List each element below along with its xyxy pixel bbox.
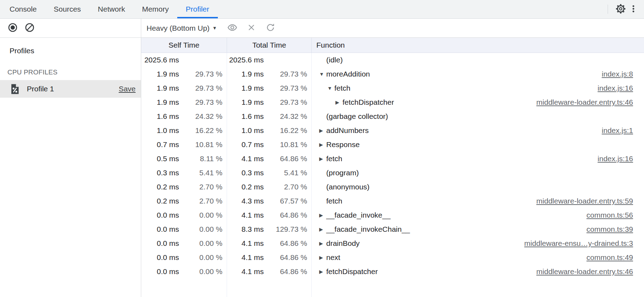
profile-name: Profile 1	[27, 85, 54, 93]
expand-arrow-icon[interactable]: ▶	[319, 156, 326, 161]
function-name: __facade_invokeChain__	[326, 225, 410, 234]
self-time-ms: 0.0 ms	[141, 225, 179, 234]
profile-table-row[interactable]: 0.0 ms0.00 %4.1 ms64.86 %▶nextcommon.ts:…	[141, 250, 644, 265]
expand-arrow-icon[interactable]: ▶	[319, 227, 326, 232]
total-time-pct: 129.73 %	[264, 225, 311, 234]
close-icon	[247, 23, 256, 33]
total-time-pct: 64.86 %	[264, 154, 311, 163]
expand-arrow-icon[interactable]: ▶	[319, 128, 326, 133]
self-time-pct: 2.70 %	[179, 183, 227, 191]
clear-button[interactable]	[23, 22, 36, 35]
source-link[interactable]: index.js:1	[602, 126, 644, 135]
self-time-cell: 1.9 ms29.73 %	[141, 67, 227, 81]
more-menu-button[interactable]	[627, 3, 640, 16]
source-link[interactable]: common.ts:49	[586, 253, 644, 262]
function-cell: (idle)	[311, 53, 644, 67]
profile-table-row[interactable]: 0.2 ms2.70 %0.2 ms2.70 %(anonymous)	[141, 180, 644, 194]
profile-table-row[interactable]: 0.0 ms0.00 %4.1 ms64.86 %▶__facade_invok…	[141, 208, 644, 222]
function-name: fetchDispatcher	[342, 98, 394, 107]
source-link[interactable]: common.ts:56	[586, 211, 644, 219]
expand-arrow-icon[interactable]: ▶	[335, 100, 342, 105]
source-link[interactable]: middleware-ensu…y-drained.ts:3	[524, 239, 644, 248]
self-time-pct: 5.41 %	[179, 169, 227, 177]
source-link[interactable]: index.js:16	[598, 84, 644, 92]
profile-table-row[interactable]: 1.9 ms29.73 %1.9 ms29.73 %▼moreAdditioni…	[141, 67, 644, 81]
tab-sources[interactable]: Sources	[45, 0, 89, 18]
profile-table-row[interactable]: 0.0 ms0.00 %4.1 ms64.86 %▶fetchDispatche…	[141, 265, 644, 279]
profile-table-row[interactable]: 0.0 ms0.00 %4.1 ms64.86 %▶drainBodymiddl…	[141, 236, 644, 250]
profile-table-row[interactable]: 0.2 ms2.70 %4.3 ms67.57 %fetchmiddleware…	[141, 194, 644, 208]
function-name: addNumbers	[326, 126, 369, 135]
record-button[interactable]	[6, 22, 19, 35]
collapse-arrow-icon[interactable]: ▼	[319, 72, 326, 77]
source-link[interactable]: index.js:16	[598, 154, 644, 163]
self-time-pct: 0.00 %	[179, 267, 227, 276]
total-time-pct: 24.32 %	[264, 112, 311, 121]
source-link[interactable]: middleware-loader.entry.ts:59	[536, 197, 644, 205]
function-cell: ▼moreAdditionindex.js:8	[311, 67, 644, 81]
source-link[interactable]: common.ts:39	[586, 225, 644, 234]
toolbar-divider	[608, 5, 608, 14]
profile-item-profile-1[interactable]: Profile 1 Save	[0, 80, 141, 98]
total-time-cell: 8.3 ms129.73 %	[227, 222, 311, 236]
profiles-toolbar	[0, 19, 141, 38]
profile-table-row[interactable]: 1.6 ms24.32 %1.6 ms24.32 %(garbage colle…	[141, 109, 644, 123]
expand-arrow-icon[interactable]: ▶	[319, 241, 326, 246]
source-link[interactable]: middleware-loader.entry.ts:46	[536, 267, 644, 276]
expand-arrow-icon[interactable]: ▶	[319, 142, 326, 147]
tab-network[interactable]: Network	[89, 0, 133, 18]
self-time-pct: 24.32 %	[179, 112, 227, 121]
function-cell: ▶drainBodymiddleware-ensu…y-drained.ts:3	[311, 236, 644, 250]
total-time-pct: 2.70 %	[264, 183, 311, 191]
expand-arrow-icon[interactable]: ▶	[319, 255, 326, 260]
profiles-sidebar: Profiles CPU PROFILES Profile 1 Save	[0, 19, 141, 297]
profile-data-grid: Self Time Total Time Function 2025.6 ms2…	[141, 38, 644, 297]
self-time-cell: 0.0 ms0.00 %	[141, 208, 227, 222]
self-time-cell: 0.7 ms10.81 %	[141, 138, 227, 152]
source-link[interactable]: middleware-loader.entry.ts:46	[536, 98, 644, 107]
profiler-panel: Profiles CPU PROFILES Profile 1 Save	[0, 19, 644, 297]
function-name: __facade_invoke__	[326, 211, 390, 219]
save-profile-link[interactable]: Save	[119, 85, 136, 93]
self-time-pct: 8.11 %	[179, 154, 227, 163]
settings-button[interactable]	[614, 3, 627, 16]
self-time-pct: 29.73 %	[179, 84, 227, 92]
cpu-profiles-section-label: CPU PROFILES	[0, 55, 141, 77]
collapse-arrow-icon[interactable]: ▼	[327, 86, 334, 91]
profile-view: Heavy (Bottom Up) ▼	[141, 19, 644, 297]
total-time-cell: 4.3 ms67.57 %	[227, 194, 311, 208]
function-cell: ▶fetchDispatchermiddleware-loader.entry.…	[311, 95, 644, 109]
profile-table-row[interactable]: 0.3 ms5.41 %0.3 ms5.41 %(program)	[141, 166, 644, 180]
total-time-cell: 0.7 ms10.81 %	[227, 138, 311, 152]
profile-table-row[interactable]: 0.7 ms10.81 %0.7 ms10.81 %▶Response	[141, 138, 644, 152]
source-link[interactable]: index.js:8	[602, 70, 644, 78]
delete-profile-button[interactable]	[245, 22, 258, 35]
expand-arrow-icon[interactable]: ▶	[319, 269, 326, 274]
tab-console[interactable]: Console	[1, 0, 45, 18]
function-cell: ▶addNumbersindex.js:1	[311, 123, 644, 138]
profile-table-row[interactable]: 1.0 ms16.22 %1.0 ms16.22 %▶addNumbersind…	[141, 123, 644, 138]
view-mode-dropdown[interactable]: Heavy (Bottom Up) ▼	[147, 24, 217, 32]
tab-profiler[interactable]: Profiler	[177, 0, 218, 18]
column-header-function[interactable]: Function	[312, 38, 644, 53]
column-header-total-time[interactable]: Total Time	[227, 38, 312, 53]
column-header-self-time[interactable]: Self Time	[141, 38, 227, 53]
profile-table-row[interactable]: 2025.6 ms2025.6 ms(idle)	[141, 53, 644, 67]
total-time-cell: 4.1 ms64.86 %	[227, 208, 311, 222]
total-time-cell: 4.1 ms64.86 %	[227, 152, 311, 166]
profile-table-row[interactable]: 1.9 ms29.73 %1.9 ms29.73 %▶fetchDispatch…	[141, 95, 644, 109]
self-time-ms: 0.0 ms	[141, 211, 179, 219]
tab-memory[interactable]: Memory	[133, 0, 177, 18]
self-time-cell: 0.2 ms2.70 %	[141, 180, 227, 194]
total-time-pct: 5.41 %	[264, 169, 311, 177]
kebab-menu-icon	[629, 4, 638, 14]
profile-table-row[interactable]: 0.0 ms0.00 %8.3 ms129.73 %▶__facade_invo…	[141, 222, 644, 236]
function-cell: (program)	[311, 166, 644, 180]
total-time-cell: 1.9 ms29.73 %	[227, 95, 311, 109]
focus-selected-button[interactable]	[226, 22, 239, 35]
expand-arrow-icon[interactable]: ▶	[319, 213, 326, 218]
profile-table-row[interactable]: 0.5 ms8.11 %4.1 ms64.86 %▶fetchindex.js:…	[141, 152, 644, 166]
total-time-cell: 4.1 ms64.86 %	[227, 250, 311, 265]
refresh-button[interactable]	[264, 22, 277, 35]
profile-table-row[interactable]: 1.9 ms29.73 %1.9 ms29.73 %▼fetchindex.js…	[141, 81, 644, 95]
